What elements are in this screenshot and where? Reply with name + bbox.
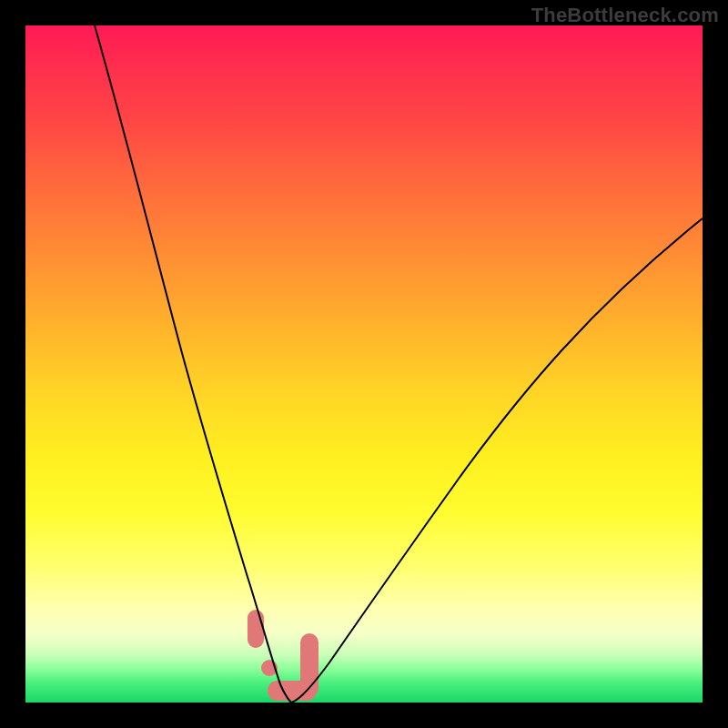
curve-layer <box>25 25 703 703</box>
plot-area <box>25 25 703 703</box>
curve-left-branch <box>95 25 291 703</box>
svg-rect-0 <box>248 610 264 648</box>
highlight-blob <box>248 610 318 701</box>
watermark-text: TheBottleneck.com <box>531 4 719 27</box>
chart-frame: TheBottleneck.com <box>0 0 728 728</box>
curve-right-branch <box>291 218 703 703</box>
